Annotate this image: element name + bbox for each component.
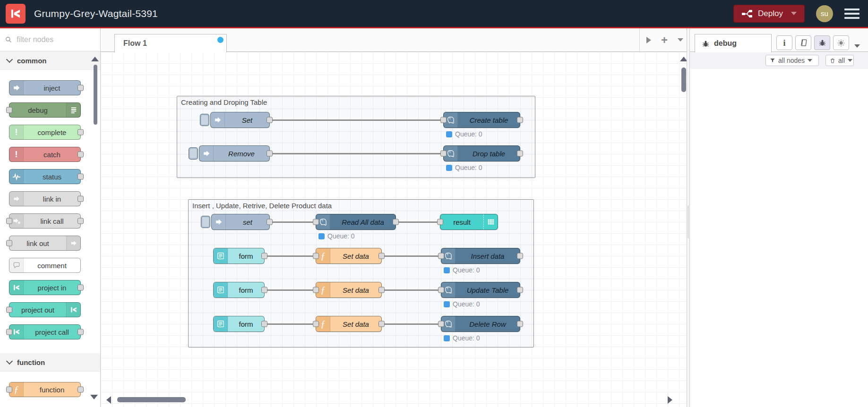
config-nodes-button[interactable] [833,35,849,50]
output-port[interactable] [378,321,385,327]
output-port[interactable] [517,287,523,293]
flow-canvas[interactable]: Creating and Droping TableSetCreate tabl… [101,52,687,407]
palette-scroll-up-arrow[interactable] [91,57,99,61]
input-port[interactable] [438,253,444,259]
input-port[interactable] [440,151,447,157]
wire[interactable] [382,289,441,291]
tab-flow-1[interactable]: Flow 1 [114,34,227,52]
palette-node-project-call[interactable]: project call [9,324,81,339]
input-port[interactable] [440,117,447,123]
output-port[interactable] [77,174,84,180]
wire[interactable] [382,255,441,257]
canvas-hscrollbar-thumb[interactable] [117,397,186,402]
debug-filter-button[interactable]: all nodes [765,55,819,66]
help-panel-button[interactable] [795,35,811,50]
output-port[interactable] [77,196,84,202]
flow-node-Read-All-data[interactable]: Read All data [316,214,396,230]
output-port[interactable] [261,287,267,293]
output-port[interactable] [378,253,385,259]
canvas-scroll-left-arrow[interactable] [106,396,111,404]
output-port[interactable] [77,329,84,335]
output-port[interactable] [77,85,84,91]
input-port[interactable] [438,321,444,327]
user-avatar[interactable]: su [816,5,833,22]
deploy-button[interactable]: Deploy [733,5,805,23]
flow-node-Remove[interactable]: Remove [199,145,270,161]
main-menu-button[interactable] [844,8,859,19]
input-port[interactable] [6,329,12,335]
output-port[interactable] [77,387,84,393]
palette-node-complete[interactable]: !complete [9,125,81,140]
tab-debug[interactable]: debug [695,34,772,52]
wire[interactable] [265,289,316,291]
flow-node-form[interactable]: form [213,316,265,332]
flow-node-form[interactable]: form [213,282,265,298]
output-port[interactable] [517,253,523,259]
palette-node-catch[interactable]: !catch [9,147,81,162]
wire[interactable] [270,153,443,154]
output-port[interactable] [517,151,523,157]
output-port[interactable] [77,218,84,224]
flow-node-Set-data[interactable]: ƒSet data [316,316,382,332]
palette-category-common[interactable]: common [0,51,100,70]
add-flow-button[interactable]: + [657,28,671,51]
input-port[interactable] [6,307,12,313]
output-port[interactable] [517,117,523,123]
sidebar-options-caret[interactable] [854,44,860,48]
flow-node-Set-data[interactable]: ƒSet data [316,248,382,264]
input-port[interactable] [313,253,319,259]
flow-node-Set-data[interactable]: ƒSet data [316,282,382,298]
resize-grabber[interactable] [688,205,689,238]
input-port[interactable] [6,218,12,224]
filter-nodes-input[interactable] [16,35,88,44]
deploy-caret-icon[interactable] [791,12,797,15]
inject-trigger-button[interactable] [189,147,198,160]
debug-panel-button[interactable] [814,35,830,50]
inject-trigger-button[interactable] [201,216,210,228]
palette-node-inject[interactable]: inject [9,80,81,95]
palette-scroll-down-arrow[interactable] [90,395,98,399]
flow-node-result[interactable]: result [440,214,498,230]
flow-node-form[interactable]: form [213,248,265,264]
canvas-scroll-right-arrow[interactable] [668,396,672,404]
output-port[interactable] [77,152,84,158]
canvas-scroll-up-arrow[interactable] [680,57,687,61]
input-port[interactable] [313,321,319,327]
palette-node-status[interactable]: status [9,169,81,184]
input-port[interactable] [313,219,319,225]
canvas-vscrollbar-thumb[interactable] [681,68,686,92]
output-port[interactable] [261,253,267,259]
palette-node-project-in[interactable]: project in [9,280,81,295]
wire[interactable] [265,323,316,325]
inject-trigger-button[interactable] [200,114,209,126]
wire[interactable] [396,221,440,223]
input-port[interactable] [437,219,443,225]
output-port[interactable] [266,117,273,123]
palette-scrollbar-thumb[interactable] [94,65,97,125]
output-port[interactable] [77,129,84,136]
palette-node-link-in[interactable]: link in [9,191,81,206]
input-port[interactable] [313,287,319,293]
output-port[interactable] [266,219,273,225]
palette-category-function[interactable]: function [0,353,100,372]
flow-node-set[interactable]: set [211,214,270,230]
input-port[interactable] [438,287,444,293]
scroll-tabs-right-button[interactable] [642,28,656,51]
output-port[interactable] [261,321,267,327]
output-port[interactable] [517,321,523,327]
flow-node-Set[interactable]: Set [210,112,270,128]
output-port[interactable] [77,285,84,291]
wire[interactable] [265,255,316,257]
input-port[interactable] [6,107,12,113]
input-port[interactable] [6,387,12,393]
palette-node-debug[interactable]: debug [9,102,81,118]
flow-node-Delete-Row[interactable]: Delete Row [441,316,520,332]
output-port[interactable] [393,219,399,225]
output-port[interactable] [378,287,385,293]
sidebar-resize-handle[interactable] [687,28,690,407]
flow-list-dropdown-button[interactable] [673,28,688,51]
palette-node-function[interactable]: ƒfunction [9,382,81,397]
palette-node-project-out[interactable]: project out [9,302,81,317]
flow-node-Update-Table[interactable]: Update Table [441,282,520,298]
wire[interactable] [382,323,441,325]
